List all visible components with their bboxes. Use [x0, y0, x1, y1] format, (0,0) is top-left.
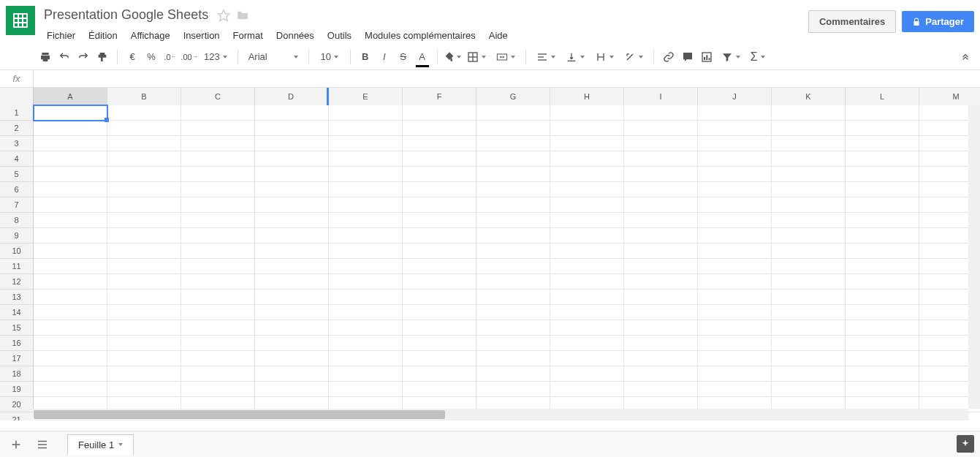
- cell[interactable]: [107, 197, 181, 213]
- cell[interactable]: [34, 351, 107, 366]
- cell[interactable]: [403, 197, 476, 213]
- cell[interactable]: [34, 228, 107, 243]
- borders-button[interactable]: [463, 50, 490, 64]
- cell[interactable]: [403, 228, 476, 243]
- menu-file[interactable]: Fichier: [41, 27, 81, 44]
- cell[interactable]: [403, 182, 476, 197]
- cell[interactable]: [772, 167, 846, 182]
- cell[interactable]: [107, 382, 181, 397]
- cell[interactable]: [624, 213, 698, 228]
- cell[interactable]: [403, 105, 476, 121]
- italic-button[interactable]: I: [376, 48, 393, 66]
- cell[interactable]: [255, 167, 329, 182]
- cell[interactable]: [772, 228, 846, 243]
- cell[interactable]: [624, 167, 698, 182]
- cell[interactable]: [34, 243, 107, 259]
- cell[interactable]: [550, 382, 624, 397]
- collapse-toolbar-icon[interactable]: [957, 48, 974, 66]
- cell[interactable]: [476, 336, 550, 351]
- cell[interactable]: [846, 197, 919, 213]
- cell[interactable]: [772, 151, 846, 167]
- add-sheet-button[interactable]: [6, 434, 26, 455]
- column-header[interactable]: L: [846, 88, 919, 105]
- cell[interactable]: [698, 351, 772, 366]
- cell[interactable]: [698, 290, 772, 305]
- cell[interactable]: [403, 121, 476, 136]
- row-header[interactable]: 2: [0, 121, 33, 136]
- column-header[interactable]: M: [919, 88, 980, 105]
- cell[interactable]: [846, 105, 919, 121]
- cell[interactable]: [107, 305, 181, 320]
- cell[interactable]: [772, 336, 846, 351]
- cell[interactable]: [107, 105, 181, 121]
- cell[interactable]: [846, 243, 919, 259]
- cell[interactable]: [329, 228, 403, 243]
- cell[interactable]: [403, 366, 476, 382]
- cell[interactable]: [34, 167, 107, 182]
- cell[interactable]: [772, 259, 846, 274]
- cell[interactable]: [403, 213, 476, 228]
- cell[interactable]: [550, 136, 624, 151]
- cell[interactable]: [624, 105, 698, 121]
- cell[interactable]: [34, 136, 107, 151]
- menu-edit[interactable]: Édition: [83, 27, 124, 44]
- insert-link-icon[interactable]: [660, 48, 677, 66]
- cell[interactable]: [255, 228, 329, 243]
- font-size-dropdown[interactable]: 10: [315, 50, 344, 64]
- cell[interactable]: [403, 167, 476, 182]
- print-icon[interactable]: [37, 48, 54, 66]
- filter-button[interactable]: [717, 50, 745, 64]
- column-header[interactable]: G: [476, 88, 550, 105]
- cell[interactable]: [181, 305, 255, 320]
- merge-cells-button[interactable]: [492, 50, 520, 64]
- cell[interactable]: [772, 274, 846, 290]
- fill-color-button[interactable]: [444, 48, 461, 66]
- cell[interactable]: [698, 382, 772, 397]
- cell[interactable]: [698, 182, 772, 197]
- cell[interactable]: [181, 382, 255, 397]
- cell[interactable]: [698, 151, 772, 167]
- cell[interactable]: [624, 274, 698, 290]
- row-header[interactable]: 9: [0, 228, 33, 243]
- menu-format[interactable]: Format: [227, 27, 269, 44]
- cell[interactable]: [107, 228, 181, 243]
- cell[interactable]: [403, 151, 476, 167]
- cell[interactable]: [107, 182, 181, 197]
- cell[interactable]: [772, 213, 846, 228]
- cell[interactable]: [550, 151, 624, 167]
- cell[interactable]: [772, 366, 846, 382]
- cell[interactable]: [550, 167, 624, 182]
- cell[interactable]: [846, 290, 919, 305]
- cell[interactable]: [624, 136, 698, 151]
- cell[interactable]: [255, 290, 329, 305]
- menu-tools[interactable]: Outils: [322, 27, 357, 44]
- row-header[interactable]: 17: [0, 351, 33, 366]
- cell[interactable]: [181, 197, 255, 213]
- cell[interactable]: [255, 121, 329, 136]
- cell[interactable]: [846, 274, 919, 290]
- cell[interactable]: [329, 121, 403, 136]
- cell[interactable]: [181, 274, 255, 290]
- cell[interactable]: [181, 213, 255, 228]
- cell[interactable]: [476, 320, 550, 336]
- cell[interactable]: [181, 320, 255, 336]
- cell[interactable]: [255, 136, 329, 151]
- paint-format-icon[interactable]: [94, 48, 111, 66]
- comments-button[interactable]: Commentaires: [808, 10, 896, 33]
- cell[interactable]: [772, 105, 846, 121]
- row-header[interactable]: 12: [0, 274, 33, 290]
- menu-data[interactable]: Données: [270, 27, 320, 44]
- cell[interactable]: [34, 121, 107, 136]
- cell[interactable]: [476, 259, 550, 274]
- row-header[interactable]: 16: [0, 336, 33, 351]
- strikethrough-button[interactable]: S: [395, 48, 412, 66]
- formula-input[interactable]: [34, 70, 980, 87]
- functions-button[interactable]: Σ: [746, 49, 770, 65]
- cell[interactable]: [698, 121, 772, 136]
- column-header[interactable]: K: [772, 88, 846, 105]
- cell[interactable]: [624, 228, 698, 243]
- cell[interactable]: [698, 259, 772, 274]
- cell[interactable]: [698, 167, 772, 182]
- cell[interactable]: [181, 290, 255, 305]
- cell[interactable]: [181, 228, 255, 243]
